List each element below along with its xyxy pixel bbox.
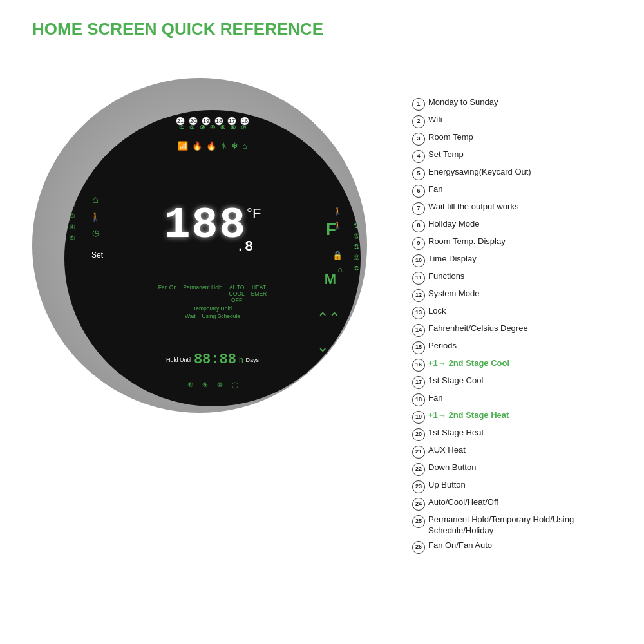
snow-icon: ❄ [231,141,238,151]
ref-num-9: 9 [412,237,425,250]
ref-item-22: 22Down Button [412,462,618,476]
ref-item-14: 14Fahrenheit/Celsius Degree [412,323,618,337]
left-num-4: ④ [70,223,75,231]
cool-label: COOL [229,290,245,297]
set-label: Set [91,251,103,260]
flame2-icon: 🔥 [206,141,216,151]
ref-text-7: Wait till the output works [428,202,618,213]
chevron-down-icon: ⌄⌄ [317,339,340,355]
ref-item-5: 5Energysaving(Keycard Out) [412,167,618,180]
ref-item-3: 3Room Temp [412,132,618,146]
person-icon: 🚶 [90,212,100,222]
chevron-up-icon: ⌃⌃ [317,310,340,327]
ref-num-14: 14 [412,324,425,337]
ref-num-25: 25 [412,515,425,528]
ref-item-12: 12System Mode [412,289,618,302]
time-display: 88:88 [194,352,236,368]
lock-icon: 🔒 [332,251,343,260]
ref-text-4: Set Temp [428,149,618,160]
time-suffix: h [239,355,243,365]
page-title: HOME SCREEN QUICK REFERENCE [32,19,631,39]
ref-num-5: 5 [412,167,425,180]
ref-num-19: 19 [412,411,425,424]
ref-num-10: 10 [412,254,425,267]
days-label: Days [246,357,260,363]
ref-item-25: 25Permanent Hold/Temporary Hold/Using Sc… [412,515,618,536]
ref-num-26: 26 [412,541,425,554]
page: HOME SCREEN QUICK REFERENCE ① ② ③ ④ ⑤ ⑥ [0,0,644,644]
ref-item-2: 2Wifi [412,115,618,128]
ref-text-6: Fan [428,184,618,195]
ref-item-19: 19+1→ 2nd Stage Heat [412,410,618,424]
ref-num-8: 8 [412,220,425,232]
ref-num-17: 17 [412,376,425,389]
ref-text-23: Up Button [428,480,618,491]
wifi-icon: 📶 [178,141,188,151]
ref-item-24: 24Auto/Cool/Heat/Off [412,497,618,511]
left-num-6: ⑥ [70,316,75,323]
ref-text-25: Permanent Hold/Temporary Hold/Using Sche… [428,515,618,536]
thermostat-area: ① ② ③ ④ ⑤ ⑥ ⑦ 📶 � [19,65,380,426]
house-icon: ⌂ [242,141,247,151]
ref-text-15: Periods [428,341,618,352]
temp-unit: °F [247,205,261,222]
auto-label: AUTO [229,284,245,290]
ref-num-11: 11 [412,272,425,285]
ref-text-21: AUX Heat [428,445,618,456]
ref-text-9: Room Temp. Display [428,236,618,247]
heat-label: HEAT [251,284,267,290]
outer-circle: ① ② ③ ④ ⑤ ⑥ ⑦ 📶 � [32,78,367,413]
bottom-num-8: ⑧ [187,381,193,390]
arc-num-18: 18 [214,117,223,126]
left-num-2: ② [70,202,75,209]
arc-num-21: 21 [176,117,185,126]
hold-until-label: Hold Until [166,357,191,363]
ref-text-18: Fan [428,393,618,404]
ref-num-3: 3 [412,133,425,146]
ref-num-6: 6 [412,185,425,198]
ref-item-9: 9Room Temp. Display [412,236,618,250]
ref-item-7: 7Wait till the output works [412,202,618,215]
ref-item-16: 16+1→ 2nd Stage Cool [412,358,618,372]
person1-right-icon: 🚶 [333,207,343,216]
ref-num-1: 1 [412,98,425,111]
bottom-num-11: ⑪ [232,381,238,390]
right-num-25: ㉕ [354,213,359,220]
ref-num-4: 4 [412,150,425,163]
right-num-26: ㉖ [354,175,359,181]
off-label: OFF [229,297,245,303]
ref-item-15: 15Periods [412,341,618,354]
ref-text-20: 1st Stage Heat [428,428,618,439]
inner-display-area: ① ② ③ ④ ⑤ ⑥ ⑦ 📶 � [64,110,361,406]
ref-text-24: Auto/Cool/Heat/Off [428,497,618,508]
ref-item-17: 171st Stage Cool [412,375,618,389]
ref-text-1: Monday to Sunday [428,97,618,108]
ref-text-5: Energysaving(Keycard Out) [428,167,618,178]
right-num-12: ⑫ [354,254,359,262]
ref-text-11: Functions [428,271,618,282]
left-num-3: ③ [70,213,75,220]
temporary-hold-label: Temporary Hold [193,305,232,312]
ref-item-8: 8Holiday Mode [412,219,618,232]
ref-text-22: Down Button [428,462,618,473]
ref-num-20: 20 [412,428,425,441]
ref-item-18: 18Fan [412,393,618,406]
ref-item-21: 21AUX Heat [412,445,618,459]
ref-text-14: Fahrenheit/Celsius Degree [428,323,618,334]
person2-right-icon: 🚶 [333,221,343,230]
ref-text-19: +1→ 2nd Stage Heat [428,410,618,421]
ref-item-6: 6Fan [412,184,618,198]
bottom-num-9: ⑨ [202,381,208,390]
ref-text-26: Fan On/Fan Auto [428,540,618,551]
right-num-24: ㉔ [354,223,359,229]
wait-label: Wait [185,313,196,319]
ref-num-7: 7 [412,202,425,215]
ref-item-26: 26Fan On/Fan Auto [412,540,618,554]
house-right-icon: ⌂ [337,265,343,274]
ref-num-2: 2 [412,115,425,128]
arc-num-20: 20 [189,117,198,126]
bottom-num-10: ⑩ [217,381,223,390]
ref-num-21: 21 [412,446,425,459]
reference-list: 1Monday to Sunday2Wifi3Room Temp4Set Tem… [412,97,618,558]
clock-icon: ◷ [92,228,99,238]
